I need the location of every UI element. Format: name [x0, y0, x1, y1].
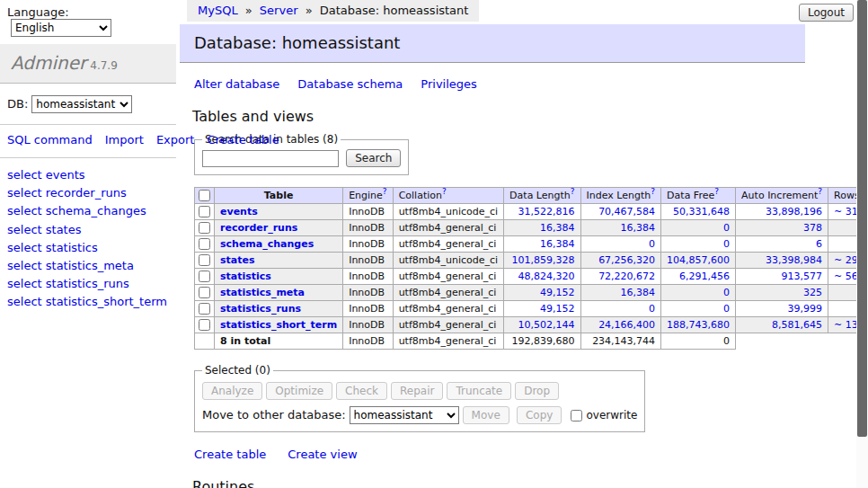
sidebar-action-create-table[interactable]: Create table [207, 133, 279, 146]
move-db-select[interactable]: homeassistant [350, 406, 459, 424]
column-help-link[interactable]: ? [571, 187, 575, 196]
cell-data-free-link[interactable]: 104,857,600 [667, 254, 730, 266]
table-link-events[interactable]: events [220, 206, 258, 217]
row-checkbox[interactable] [199, 238, 210, 250]
app-version[interactable]: 4.7.9 [90, 59, 118, 72]
row-checkbox[interactable] [199, 271, 210, 282]
database-nav-links: Alter databaseDatabase schemaPrivileges [194, 77, 805, 91]
cell-index-length-link[interactable]: 67,256,320 [598, 254, 655, 266]
move-button[interactable]: Move [463, 406, 509, 424]
cell-data-free-link[interactable]: 6,291,456 [679, 271, 730, 282]
cell-data-free-link[interactable]: 0 [723, 303, 730, 315]
copy-button[interactable]: Copy [517, 406, 562, 424]
logout-button[interactable]: Logout [799, 4, 854, 22]
cell-auto-increment-link[interactable]: 39,999 [788, 303, 823, 315]
cell-data-free-link[interactable]: 0 [723, 238, 730, 250]
analyze-button[interactable]: Analyze [202, 382, 262, 400]
sidebar: Language:English Adminer4.7.9 DB:homeass… [0, 0, 176, 488]
column-help-link[interactable]: ? [714, 187, 719, 196]
cell-collation: utf8mb4_general_ci [393, 236, 503, 253]
overwrite-checkbox[interactable] [571, 410, 582, 421]
cell-auto-increment-link[interactable]: 325 [803, 287, 822, 298]
row-checkbox[interactable] [199, 222, 210, 234]
table-link-statistics-short-term[interactable]: statistics_short_term [220, 319, 337, 331]
optimize-button[interactable]: Optimize [266, 382, 332, 400]
cell-auto-increment-link[interactable]: 33,898,196 [766, 206, 822, 217]
nav-alter-database[interactable]: Alter database [194, 77, 279, 91]
column-help-link[interactable]: ? [383, 187, 387, 196]
cell-data-free-link[interactable]: 0 [723, 222, 730, 234]
cell-data-free-link[interactable]: 50,331,648 [673, 206, 730, 217]
column-help-link[interactable]: ? [818, 187, 822, 196]
db-select[interactable]: homeassistant [31, 95, 132, 113]
sidebar-action-sql-command[interactable]: SQL command [7, 133, 93, 146]
table-link-recorder-runs[interactable]: recorder_runs [220, 222, 297, 234]
sidebar-select-statistics-runs[interactable]: select statistics_runs [7, 275, 169, 293]
truncate-button[interactable]: Truncate [447, 382, 511, 400]
sidebar-action-import[interactable]: Import [105, 133, 144, 146]
drop-button[interactable]: Drop [515, 382, 559, 400]
cell-index-length-link[interactable]: 72,220,672 [598, 271, 655, 282]
cell-data-free-link[interactable]: 188,743,680 [667, 319, 730, 331]
cell-index-length-link[interactable]: 0 [649, 238, 655, 250]
row-checkbox[interactable] [199, 206, 210, 217]
select-all-checkbox[interactable] [199, 190, 210, 201]
cell-index-length-link[interactable]: 16,384 [621, 222, 656, 234]
cell-data-length-link[interactable]: 31,522,816 [518, 206, 575, 217]
cell-auto-increment: 6 [736, 236, 828, 253]
sidebar-select-schema-changes[interactable]: select schema_changes [7, 202, 169, 220]
sidebar-select-recorder-runs[interactable]: select recorder_runs [7, 184, 169, 202]
column-help-link[interactable]: ? [442, 187, 447, 196]
sidebar-select-events[interactable]: select events [7, 166, 169, 184]
nav-privileges[interactable]: Privileges [421, 77, 477, 91]
check-button[interactable]: Check [336, 382, 387, 400]
nav-database-schema[interactable]: Database schema [297, 77, 403, 91]
search-button[interactable]: Search [346, 149, 401, 167]
table-link-statistics-runs[interactable]: statistics_runs [220, 303, 301, 315]
sidebar-action-export[interactable]: Export [156, 133, 195, 146]
breadcrumb-separator: » [242, 4, 256, 17]
row-checkbox[interactable] [199, 254, 210, 266]
row-checkbox[interactable] [199, 303, 210, 315]
breadcrumb-link-mysql[interactable]: MySQL [198, 4, 238, 17]
link-create-view[interactable]: Create view [288, 448, 357, 461]
row-checkbox[interactable] [199, 287, 210, 298]
cell-data-length-link[interactable]: 16,384 [540, 222, 575, 234]
column-help-link[interactable]: ? [651, 187, 655, 196]
breadcrumb-link-server[interactable]: Server [260, 4, 298, 17]
cell-index-length-link[interactable]: 70,467,584 [598, 206, 655, 217]
search-input[interactable] [202, 150, 339, 167]
sidebar-select-states[interactable]: select states [7, 221, 169, 239]
repair-button[interactable]: Repair [391, 382, 443, 400]
cell-auto-increment-link[interactable]: 913,577 [782, 271, 823, 282]
cell-data-free-link[interactable]: 0 [723, 287, 730, 298]
cell-data-length-link[interactable]: 49,152 [540, 287, 575, 298]
language-select[interactable]: English [11, 19, 111, 37]
table-link-statistics[interactable]: statistics [220, 271, 271, 282]
cell-auto-increment-link[interactable]: 6 [816, 238, 822, 250]
cell-data-length-link[interactable]: 10,502,144 [518, 319, 575, 331]
cell-index-length-link[interactable]: 16,384 [621, 287, 656, 298]
move-label: Move to other database: [202, 408, 346, 421]
cell-data-length-link[interactable]: 16,384 [540, 238, 575, 250]
cell-auto-increment-link[interactable]: 8,581,645 [772, 319, 822, 331]
cell-auto-increment-link[interactable]: 378 [803, 222, 822, 234]
sidebar-select-statistics-meta[interactable]: select statistics_meta [7, 257, 169, 275]
cell-auto-increment: 8,581,645 [736, 317, 828, 333]
cell-data-length-link[interactable]: 48,824,320 [518, 271, 575, 282]
cell-data-length-link[interactable]: 101,859,328 [512, 254, 575, 266]
cell-index-length-link[interactable]: 0 [649, 303, 655, 315]
cell-auto-increment-link[interactable]: 33,398,984 [766, 254, 822, 266]
select-all-cell [195, 188, 215, 204]
link-create-table[interactable]: Create table [194, 448, 266, 461]
vertical-scrollbar[interactable] [856, 0, 868, 488]
row-checkbox[interactable] [199, 319, 210, 331]
cell-data-length-link[interactable]: 49,152 [540, 303, 575, 315]
sidebar-select-statistics[interactable]: select statistics [7, 239, 169, 257]
table-link-schema-changes[interactable]: schema_changes [220, 238, 314, 250]
table-link-states[interactable]: states [220, 254, 255, 266]
sidebar-select-statistics-short-term[interactable]: select statistics_short_term [7, 293, 169, 311]
cell-index-length-link[interactable]: 24,166,400 [598, 319, 655, 331]
scrollbar-thumb[interactable] [857, 0, 867, 437]
table-link-statistics-meta[interactable]: statistics_meta [220, 287, 305, 298]
